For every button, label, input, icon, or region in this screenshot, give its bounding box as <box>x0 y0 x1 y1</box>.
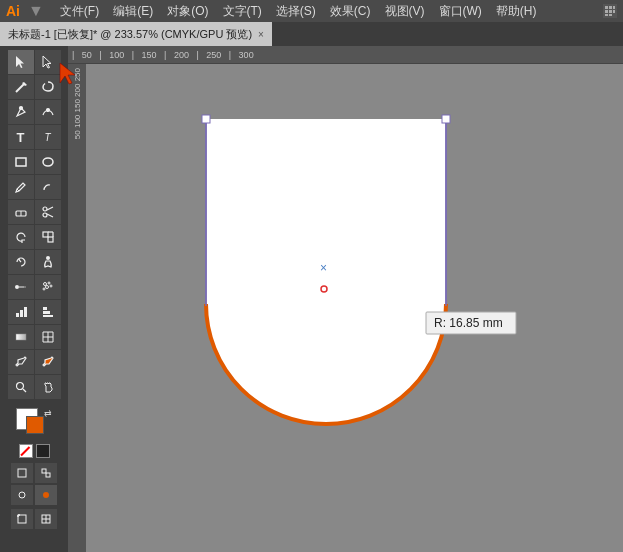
bar-graph-tool[interactable] <box>35 300 61 324</box>
menu-view[interactable]: 视图(V) <box>379 1 431 22</box>
rotate-tool[interactable] <box>8 225 34 249</box>
menu-window[interactable]: 窗口(W) <box>433 1 488 22</box>
color-mode-row <box>19 444 50 458</box>
svg-point-45 <box>16 383 23 390</box>
svg-rect-4 <box>609 10 612 13</box>
live-paint-tool[interactable] <box>35 350 61 374</box>
normal-mode-btn[interactable] <box>11 463 33 483</box>
type-tool[interactable]: T <box>8 125 34 149</box>
active-tab[interactable]: 未标题-1 [已恢复]* @ 233.57% (CMYK/GPU 预览) × <box>0 22 272 46</box>
tab-bar: 未标题-1 [已恢复]* @ 233.57% (CMYK/GPU 预览) × <box>0 22 623 46</box>
svg-point-31 <box>43 283 46 286</box>
tool-row-11 <box>8 300 61 324</box>
drawing-canvas[interactable]: × R: 16.85 mm <box>86 64 623 552</box>
direct-selection-tool[interactable] <box>35 50 61 74</box>
pencil-tool[interactable] <box>8 175 34 199</box>
blend-tool[interactable] <box>8 275 34 299</box>
svg-line-21 <box>47 207 53 210</box>
svg-rect-24 <box>48 237 53 242</box>
artboard-tool-btn[interactable] <box>11 509 33 529</box>
svg-point-29 <box>24 286 26 288</box>
smooth-tool[interactable] <box>35 175 61 199</box>
svg-line-22 <box>47 214 53 217</box>
slice-tool-btn[interactable] <box>35 509 57 529</box>
pen-tool[interactable] <box>8 100 34 124</box>
hand-tool[interactable] <box>35 375 61 399</box>
art-board-btn[interactable] <box>35 463 57 483</box>
lasso-tool[interactable] <box>35 75 61 99</box>
tab-label: 未标题-1 [已恢复]* @ 233.57% (CMYK/GPU 预览) <box>8 27 252 42</box>
svg-point-27 <box>46 256 50 260</box>
menu-bar: 文件(F) 编辑(E) 对象(O) 文字(T) 选择(S) 效果(C) 视图(V… <box>54 1 603 22</box>
svg-text:R: 16.85 mm: R: 16.85 mm <box>434 316 503 330</box>
svg-line-46 <box>23 389 26 392</box>
toolbar: T T <box>0 46 68 552</box>
menu-select[interactable]: 选择(S) <box>270 1 322 22</box>
gradient-tool[interactable] <box>8 325 34 349</box>
tool-row-14 <box>8 375 61 399</box>
svg-rect-2 <box>613 6 615 9</box>
menu-type[interactable]: 文字(T) <box>217 1 268 22</box>
menu-file[interactable]: 文件(F) <box>54 1 105 22</box>
zoom-tool[interactable] <box>8 375 34 399</box>
column-graph-tool[interactable] <box>8 300 34 324</box>
scale-tool[interactable] <box>35 225 61 249</box>
puppet-warp-tool[interactable] <box>35 250 61 274</box>
eyedropper-tool[interactable] <box>8 350 34 374</box>
ellipse-tool[interactable] <box>35 150 61 174</box>
symbol-spray-tool[interactable] <box>35 275 61 299</box>
eraser-tool[interactable] <box>8 200 34 224</box>
swap-colors-icon[interactable]: ⇄ <box>44 408 52 418</box>
app-logo-icon: ▼ <box>28 2 44 20</box>
toggle-btn-1[interactable] <box>11 485 33 505</box>
svg-point-34 <box>50 285 52 287</box>
tool-row-7 <box>8 200 61 224</box>
none-color-icon[interactable] <box>19 444 33 458</box>
svg-text:×: × <box>320 261 327 275</box>
tool-row-9 <box>8 250 61 274</box>
menu-object[interactable]: 对象(O) <box>161 1 214 22</box>
rectangle-tool[interactable] <box>8 150 34 174</box>
svg-rect-42 <box>16 334 26 340</box>
svg-rect-52 <box>18 515 26 523</box>
tool-row-8 <box>8 225 61 249</box>
curvature-tool[interactable] <box>35 100 61 124</box>
svg-rect-6 <box>605 14 608 16</box>
warp-tool[interactable] <box>8 250 34 274</box>
svg-point-35 <box>43 288 45 290</box>
svg-point-19 <box>43 207 47 211</box>
tab-close-button[interactable]: × <box>258 29 264 40</box>
toggle-btn-2[interactable] <box>35 485 57 505</box>
svg-marker-9 <box>43 56 51 68</box>
touch-type-tool[interactable]: T <box>35 125 61 149</box>
svg-rect-0 <box>605 6 608 9</box>
ruler-left: 50 100 150 200 250 <box>68 64 86 552</box>
svg-rect-38 <box>24 307 27 317</box>
menu-help[interactable]: 帮助(H) <box>490 1 543 22</box>
stroke-color[interactable] <box>26 416 44 434</box>
svg-rect-49 <box>46 473 50 477</box>
tool-row-2 <box>8 75 61 99</box>
svg-rect-36 <box>16 313 19 317</box>
color-section: ⇄ <box>16 408 52 458</box>
menu-effect[interactable]: 效果(C) <box>324 1 377 22</box>
grid-icon[interactable] <box>603 4 617 18</box>
svg-point-15 <box>43 158 53 166</box>
svg-point-28 <box>15 285 19 289</box>
magic-wand-tool[interactable] <box>8 75 34 99</box>
menu-edit[interactable]: 编辑(E) <box>107 1 159 22</box>
svg-rect-47 <box>18 469 26 477</box>
tool-row-4: T T <box>8 125 61 149</box>
svg-rect-40 <box>43 311 50 314</box>
svg-rect-62 <box>202 115 210 123</box>
selection-tool[interactable] <box>8 50 34 74</box>
mesh-tool[interactable] <box>35 325 61 349</box>
scissors-tool[interactable] <box>35 200 61 224</box>
svg-point-20 <box>43 213 47 217</box>
fill-stroke-selector[interactable]: ⇄ <box>16 408 52 440</box>
tool-row-10 <box>8 275 61 299</box>
tool-row-13 <box>8 350 61 374</box>
black-color-icon[interactable] <box>36 444 50 458</box>
svg-line-16 <box>17 189 19 191</box>
tool-row-6 <box>8 175 61 199</box>
